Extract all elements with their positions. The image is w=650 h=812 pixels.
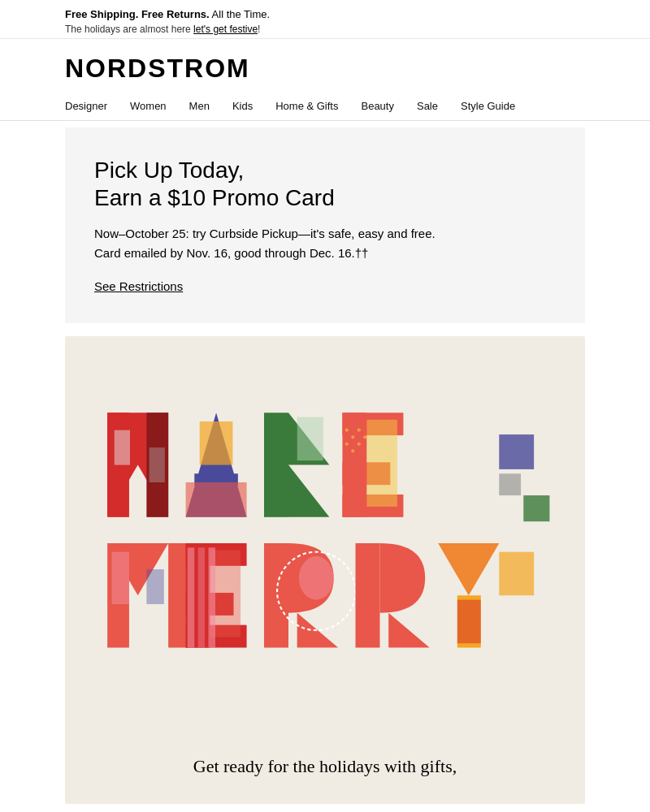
- festive-link[interactable]: let's get festive: [193, 24, 258, 35]
- svg-rect-3: [115, 430, 130, 465]
- svg-rect-50: [188, 548, 195, 648]
- svg-point-45: [358, 429, 361, 432]
- svg-rect-22: [112, 552, 129, 604]
- make-merry-graphic: [65, 336, 585, 738]
- svg-point-46: [345, 443, 349, 446]
- banner-main: Free Shipping. Free Returns. All the Tim…: [65, 8, 585, 20]
- svg-rect-52: [208, 548, 215, 648]
- promo-title-line1: Pick Up Today,: [94, 157, 556, 184]
- svg-point-31: [299, 556, 334, 600]
- make-merry-section: Get ready for the holidays with gifts,: [65, 336, 585, 804]
- svg-rect-42: [499, 552, 534, 596]
- nav-item-women[interactable]: Women: [130, 92, 167, 120]
- banner-sub-end: !: [258, 24, 260, 35]
- nav-item-men[interactable]: Men: [189, 92, 210, 120]
- make-merry-caption: Get ready for the holidays with gifts,: [161, 738, 489, 804]
- svg-marker-34: [388, 613, 429, 648]
- nav-item-designer[interactable]: Designer: [65, 92, 107, 120]
- svg-rect-4: [150, 447, 165, 482]
- promo-title-line2: Earn a $10 Promo Card: [94, 184, 556, 212]
- logo[interactable]: NORDSTROM: [65, 54, 585, 84]
- svg-rect-40: [499, 473, 521, 495]
- see-restrictions-link[interactable]: See Restrictions: [94, 279, 183, 293]
- svg-marker-12: [288, 465, 329, 517]
- svg-rect-38: [457, 600, 481, 644]
- svg-rect-39: [499, 434, 534, 469]
- make-merry-svg: [81, 361, 569, 735]
- svg-rect-33: [355, 543, 379, 648]
- svg-rect-51: [198, 548, 206, 648]
- nav-item-style-guide[interactable]: Style Guide: [461, 92, 515, 120]
- svg-point-44: [351, 435, 354, 438]
- top-banner: Free Shipping. Free Returns. All the Tim…: [0, 0, 650, 39]
- svg-rect-18: [366, 420, 396, 507]
- banner-sub-text: The holidays are almost here: [65, 24, 193, 35]
- svg-point-48: [358, 443, 361, 446]
- svg-point-47: [351, 449, 354, 452]
- promo-title: Pick Up Today, Earn a $10 Promo Card: [94, 157, 556, 211]
- nav-item-kids[interactable]: Kids: [232, 92, 253, 120]
- svg-rect-13: [297, 417, 323, 461]
- svg-rect-8: [200, 421, 233, 465]
- nav-bar: Designer Women Men Kids Home & Gifts Bea…: [0, 92, 650, 121]
- svg-rect-9: [186, 482, 247, 517]
- svg-marker-37: [438, 543, 499, 595]
- banner-bold: Free Shipping. Free Returns.: [65, 8, 210, 20]
- promo-body-line1: Now–October 25: try Curbside Pickup—it's…: [94, 224, 556, 244]
- svg-rect-23: [146, 569, 163, 604]
- logo-bar: NORDSTROM: [0, 39, 650, 92]
- banner-sub: The holidays are almost here let's get f…: [65, 24, 585, 35]
- promo-body-line2: Card emailed by Nov. 16, good through De…: [94, 244, 556, 263]
- svg-point-43: [345, 429, 349, 432]
- promo-body: Now–October 25: try Curbside Pickup—it's…: [94, 224, 556, 263]
- svg-point-49: [363, 435, 366, 438]
- banner-regular: All the Time.: [210, 8, 270, 20]
- promo-section: Pick Up Today, Earn a $10 Promo Card Now…: [65, 127, 585, 323]
- nav-item-sale[interactable]: Sale: [417, 92, 438, 120]
- svg-rect-10: [264, 412, 288, 517]
- nav-item-beauty[interactable]: Beauty: [361, 92, 393, 120]
- svg-rect-41: [523, 495, 549, 521]
- svg-rect-29: [264, 543, 288, 648]
- nav-item-home-gifts[interactable]: Home & Gifts: [275, 92, 338, 120]
- svg-marker-30: [297, 613, 338, 648]
